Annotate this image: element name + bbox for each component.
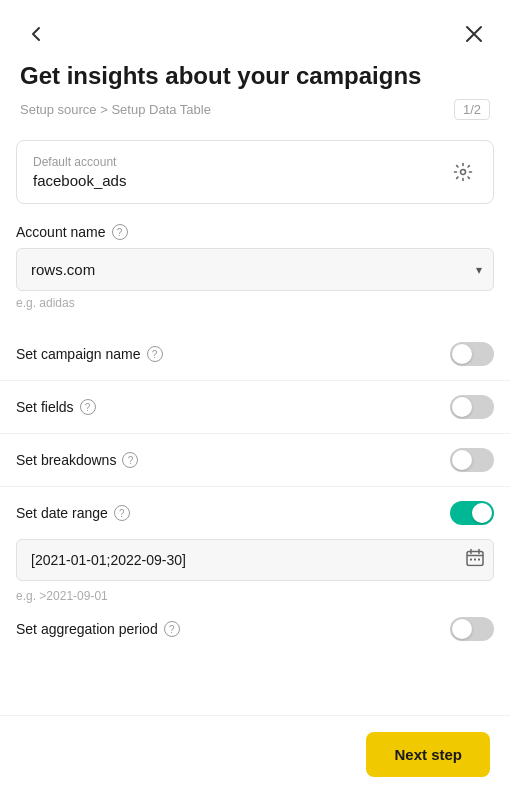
default-account-value: facebook_ads: [33, 172, 126, 189]
campaign-name-help-icon[interactable]: ?: [147, 346, 163, 362]
toggle-row-campaign-name: Set campaign name ?: [0, 328, 510, 381]
date-input-wrapper: [16, 539, 494, 581]
close-button[interactable]: [458, 18, 490, 50]
svg-rect-3: [474, 559, 476, 561]
toggle-label-fields: Set fields ?: [16, 399, 96, 415]
default-account-label: Default account: [33, 155, 126, 169]
breadcrumb-current: Setup source: [20, 102, 97, 117]
breadcrumb-next: Setup Data Table: [111, 102, 211, 117]
toggle-section: Set campaign name ? Set fields ? Set bre…: [0, 328, 510, 539]
toggle-breakdowns[interactable]: [450, 448, 494, 472]
breadcrumb-text: Setup source > Setup Data Table: [20, 102, 211, 117]
default-account-info: Default account facebook_ads: [33, 155, 126, 189]
top-bar: [0, 0, 510, 60]
svg-rect-4: [478, 559, 480, 561]
date-range-input[interactable]: [16, 539, 494, 581]
toggle-label-campaign-name: Set campaign name ?: [16, 346, 163, 362]
breadcrumb: Setup source > Setup Data Table 1/2: [0, 99, 510, 140]
date-range-help-icon[interactable]: ?: [114, 505, 130, 521]
breadcrumb-separator: >: [100, 102, 111, 117]
step-indicator: 1/2: [454, 99, 490, 120]
toggle-aggregation[interactable]: [450, 617, 494, 641]
svg-rect-2: [470, 559, 472, 561]
toggle-row-fields: Set fields ?: [0, 381, 510, 434]
toggle-fields[interactable]: [450, 395, 494, 419]
toggle-row-aggregation: Set aggregation period ?: [0, 603, 510, 655]
breakdowns-help-icon[interactable]: ?: [122, 452, 138, 468]
svg-point-0: [461, 170, 466, 175]
toggle-label-aggregation: Set aggregation period ?: [16, 621, 180, 637]
aggregation-help-icon[interactable]: ?: [164, 621, 180, 637]
account-name-select[interactable]: rows.com: [16, 248, 494, 291]
account-name-help-icon[interactable]: ?: [112, 224, 128, 240]
toggle-date-range[interactable]: [450, 501, 494, 525]
account-name-group: Account name ? rows.com ▾ e.g. adidas: [0, 224, 510, 310]
account-name-label: Account name ?: [16, 224, 494, 240]
toggle-row-date-range: Set date range ?: [0, 487, 510, 539]
toggle-campaign-name[interactable]: [450, 342, 494, 366]
date-hint: e.g. >2021-09-01: [0, 585, 510, 603]
page-title: Get insights about your campaigns: [0, 60, 510, 99]
fields-help-icon[interactable]: ?: [80, 399, 96, 415]
toggle-label-date-range: Set date range ?: [16, 505, 130, 521]
default-account-card: Default account facebook_ads: [16, 140, 494, 204]
back-button[interactable]: [20, 18, 52, 50]
aggregation-section: Set aggregation period ?: [0, 603, 510, 655]
toggle-row-breakdowns: Set breakdowns ?: [0, 434, 510, 487]
account-name-select-wrapper: rows.com ▾: [16, 248, 494, 291]
calendar-button[interactable]: [466, 549, 484, 572]
settings-button[interactable]: [449, 158, 477, 186]
next-step-button[interactable]: Next step: [366, 732, 490, 777]
account-name-hint: e.g. adidas: [16, 296, 494, 310]
toggle-label-breakdowns: Set breakdowns ?: [16, 452, 138, 468]
bottom-bar: Next step: [0, 715, 510, 801]
